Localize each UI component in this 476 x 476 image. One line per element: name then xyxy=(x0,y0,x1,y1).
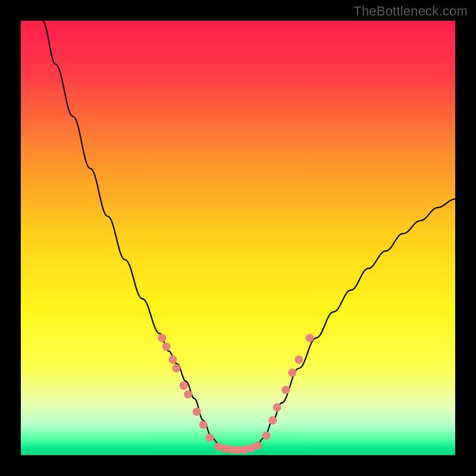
data-point-marker xyxy=(184,390,192,399)
data-point-marker xyxy=(288,368,296,377)
data-point-marker xyxy=(169,355,177,364)
data-point-marker xyxy=(305,334,314,342)
data-point-marker xyxy=(281,386,290,394)
data-point-marker xyxy=(162,343,171,351)
data-point-marker xyxy=(180,381,188,390)
data-point-marker xyxy=(199,421,208,429)
chart-svg xyxy=(21,21,455,455)
chart-frame: TheBottleneck.com xyxy=(0,0,476,476)
gradient-background xyxy=(21,21,455,455)
data-point-marker xyxy=(295,355,303,364)
data-point-marker xyxy=(262,431,270,440)
data-point-marker xyxy=(193,408,201,416)
data-point-marker xyxy=(172,364,180,372)
watermark-text: TheBottleneck.com xyxy=(353,4,468,19)
data-point-marker xyxy=(206,434,214,442)
data-point-marker xyxy=(253,441,262,450)
data-point-marker xyxy=(268,416,277,425)
data-point-marker xyxy=(273,403,281,412)
plot-area xyxy=(21,21,455,455)
data-point-marker xyxy=(158,334,166,342)
